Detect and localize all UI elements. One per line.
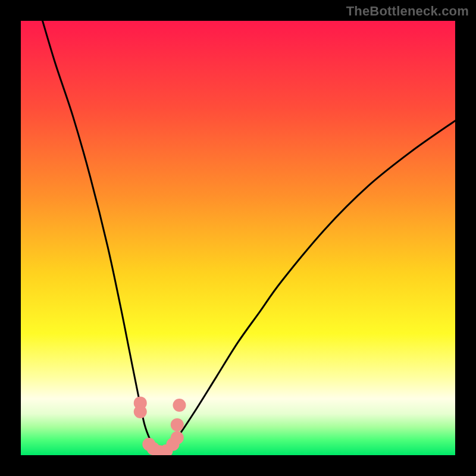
chart-frame: TheBottleneck.com [0,0,476,476]
marker-point [171,431,184,444]
bottleneck-curve [21,21,455,455]
marker-point [171,418,184,431]
marker-point [134,405,147,418]
plot-area [21,21,455,455]
watermark-text: TheBottleneck.com [346,4,469,19]
marker-point [173,399,186,412]
